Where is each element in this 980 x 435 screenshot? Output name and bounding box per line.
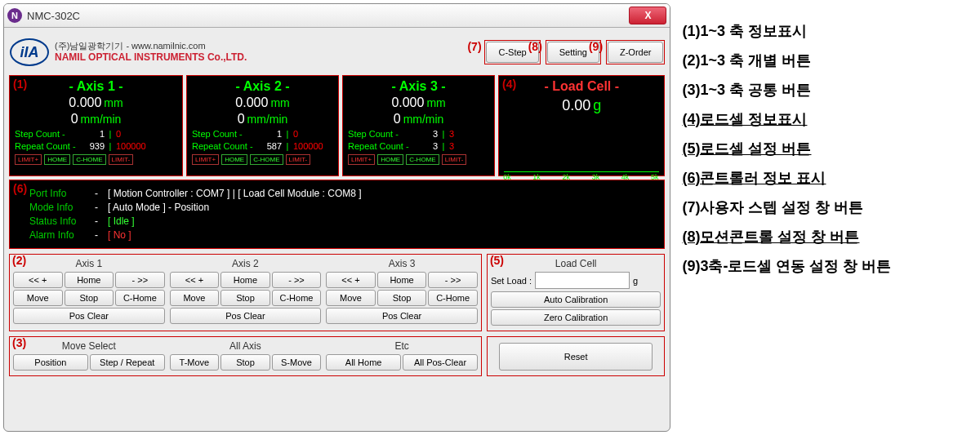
legend-item: (3)1~3 축 공통 버튼 <box>682 75 972 104</box>
home-indicator: HOME <box>44 154 70 165</box>
window-title: NMC-302C <box>27 10 629 22</box>
allposclear-button[interactable]: All Pos-Clear <box>403 354 478 371</box>
setload-input[interactable] <box>535 272 630 289</box>
limit-plus-indicator: LIMIT+ <box>15 154 42 165</box>
application-window: N NMC-302C X iIA (주)남일광학기기 - www.namilni… <box>3 3 670 432</box>
autocal-button[interactable]: Auto Calibration <box>491 291 662 308</box>
loadcell-controls: (5) Load Cell Set Load :g Auto Calibrati… <box>487 254 666 331</box>
reset-group: Reset <box>487 336 666 376</box>
allstop-button[interactable]: Stop <box>220 354 270 371</box>
legend-item: (6)콘트롤러 정보 표시 <box>682 163 972 193</box>
axis3-stop-button[interactable]: Stop <box>377 290 427 306</box>
axis1-jogplus-button[interactable]: - >> <box>115 272 165 288</box>
position-button[interactable]: Position <box>13 354 88 371</box>
axis3-panel: - Axis 3 - 0.000mm 0mm/min Step Count -3… <box>342 75 495 176</box>
allhome-button[interactable]: All Home <box>326 354 401 371</box>
axis1-stop-button[interactable]: Stop <box>65 290 114 306</box>
titlebar: N NMC-302C X <box>4 4 670 28</box>
legend-item: (9)3축-로드셀 연동 설정 창 버튼 <box>682 251 972 281</box>
axis3-chome-button[interactable]: C-Home <box>428 290 478 306</box>
legend-item: (4)로드셀 정보표시 <box>682 104 972 134</box>
axis2-stop-button[interactable]: Stop <box>220 290 270 306</box>
axis2-home-button[interactable]: Home <box>220 272 270 288</box>
legend-item: (2)1~3 축 개별 버튼 <box>682 46 972 75</box>
steprepeat-button[interactable]: Step / Repeat <box>90 354 165 371</box>
chome-indicator: C-HOME <box>73 154 105 165</box>
axis1-panel: (1) - Axis 1 - 0.000mm 0mm/min Step Coun… <box>9 75 183 176</box>
legend-item: (5)로드셀 설정 버튼 <box>682 134 972 163</box>
limit-minus-indicator: LIMIT- <box>109 154 134 165</box>
axis3-posclear-button[interactable]: Pos Clear <box>326 308 478 324</box>
legend-item: (7)사용자 스텝 설정 창 버튼 <box>682 193 972 222</box>
axis2-move-button[interactable]: Move <box>170 290 220 306</box>
zerocal-button[interactable]: Zero Calibration <box>491 309 662 326</box>
axis1-posclear-button[interactable]: Pos Clear <box>13 308 165 324</box>
axis3-jogplus-button[interactable]: - >> <box>428 272 478 288</box>
tmove-button[interactable]: T-Move <box>170 354 220 371</box>
axis1-jogminus-button[interactable]: << + <box>13 272 63 288</box>
axis2-chome-button[interactable]: C-Home <box>272 290 322 306</box>
company-logo: iIA <box>9 36 50 69</box>
axis2-jogplus-button[interactable]: - >> <box>272 272 322 288</box>
axis2-panel: - Axis 2 - 0.000mm 0mm/min Step Count -1… <box>186 75 339 176</box>
axis-individual-controls: (2) Axis 1 << +Home- >> MoveStopC-Home P… <box>9 254 482 331</box>
controller-info-panel: (6) Port Info-[ Motion Controller : COM7… <box>9 180 665 249</box>
axis3-move-button[interactable]: Move <box>326 290 376 306</box>
axis1-move-button[interactable]: Move <box>13 290 63 306</box>
close-button[interactable]: X <box>629 7 666 24</box>
legend-panel: (1)1~3 축 정보표시 (2)1~3 축 개별 버튼 (3)1~3 축 공통… <box>674 0 980 435</box>
loadcell-panel: (4) - Load Cell - 0.00g 0k 1k 2k 3k 4k 5… <box>498 75 665 176</box>
axis1-chome-button[interactable]: C-Home <box>115 290 165 306</box>
axis3-jogminus-button[interactable]: << + <box>326 272 376 288</box>
legend-item: (8)모션콘트롤 설정 창 버튼 <box>682 222 972 251</box>
app-icon: N <box>7 8 22 23</box>
axis2-posclear-button[interactable]: Pos Clear <box>170 308 322 324</box>
reset-button[interactable]: Reset <box>499 343 653 371</box>
legend-item: (1)1~3 축 정보표시 <box>682 16 972 46</box>
smove-button[interactable]: S-Move <box>272 354 322 371</box>
company-text: (주)남일광학기기 - www.namilnic.com NAMIL OPTIC… <box>55 41 247 64</box>
axis1-home-button[interactable]: Home <box>65 272 114 288</box>
axis3-home-button[interactable]: Home <box>377 272 427 288</box>
axis2-jogminus-button[interactable]: << + <box>170 272 220 288</box>
zorder-button[interactable]: Z-Order <box>608 42 664 63</box>
axis-common-controls: (3) Move Select PositionStep / Repeat Al… <box>9 336 482 376</box>
loadcell-chart: 0k 1k 2k 3k 4k 5k <box>504 122 659 172</box>
